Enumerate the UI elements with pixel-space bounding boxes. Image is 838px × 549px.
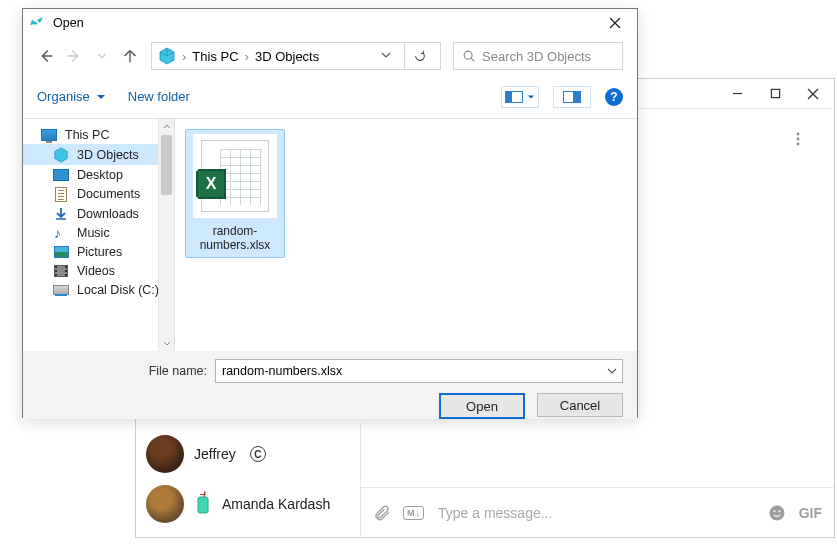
music-icon: ♪ [53, 226, 69, 240]
desktop-icon [53, 169, 69, 181]
search-box[interactable]: Search 3D Objects [453, 42, 623, 70]
organise-menu[interactable]: Organise [37, 89, 106, 104]
dialog-titlebar: Open [23, 9, 637, 37]
file-name: random-numbers.xlsx [190, 224, 280, 253]
cancel-button[interactable]: Cancel [537, 393, 623, 417]
filename-input[interactable] [216, 364, 602, 378]
down-icon [53, 207, 69, 221]
contact-name: Amanda Kardash [222, 496, 330, 512]
search-icon [462, 49, 476, 63]
dialog-body: This PC3D ObjectsDesktopDocumentsDownloa… [23, 119, 637, 351]
disk-icon [53, 285, 69, 295]
svg-rect-8 [200, 494, 206, 495]
contact-name: Jeffrey [194, 446, 236, 462]
chevron-down-icon [96, 92, 106, 102]
vids-icon [53, 265, 69, 277]
tree-item-label: Music [77, 226, 110, 240]
new-folder-button[interactable]: New folder [128, 89, 190, 104]
app-logo-icon [29, 15, 45, 31]
tree-item-this-pc[interactable]: This PC [23, 125, 158, 144]
breadcrumb-root[interactable]: This PC [192, 49, 238, 64]
close-button[interactable] [796, 82, 830, 106]
preview-icon [563, 91, 581, 103]
refresh-button[interactable] [404, 42, 434, 70]
chevron-down-icon [527, 93, 535, 101]
tree-item-label: 3D Objects [77, 148, 139, 162]
svg-line-9 [204, 491, 205, 497]
filename-row: File name: [37, 359, 623, 383]
tree-item-label: Pictures [77, 245, 122, 259]
dialog-navbar: › This PC › 3D Objects Search 3D Objects [23, 37, 637, 75]
open-button[interactable]: Open [439, 393, 525, 419]
kebab-menu-icon[interactable] [786, 127, 810, 151]
address-dropdown[interactable] [368, 49, 398, 64]
svg-point-10 [769, 505, 784, 520]
minimize-button[interactable] [720, 82, 754, 106]
svg-point-19 [464, 51, 472, 59]
organise-label: Organise [37, 89, 90, 104]
tree-item-local-disk-c[interactable]: Local Disk (C:) [23, 280, 158, 299]
help-button[interactable]: ? [605, 88, 623, 106]
tree-scrollbar[interactable] [158, 119, 174, 351]
back-button[interactable] [37, 47, 55, 65]
message-input[interactable] [436, 504, 755, 522]
tree-item-3d-objects[interactable]: 3D Objects [23, 144, 158, 165]
file-list: X random-numbers.xlsx [175, 119, 637, 351]
tree-item-label: Videos [77, 264, 115, 278]
preview-pane-button[interactable] [553, 86, 591, 108]
emoji-icon[interactable] [767, 503, 787, 523]
svg-rect-1 [771, 89, 779, 97]
avatar [146, 435, 184, 473]
search-placeholder: Search 3D Objects [482, 49, 591, 64]
tree-item-music[interactable]: ♪Music [23, 223, 158, 242]
tree-item-desktop[interactable]: Desktop [23, 165, 158, 184]
svg-point-11 [773, 510, 775, 512]
svg-rect-7 [198, 497, 208, 513]
dialog-close-button[interactable] [601, 9, 629, 37]
svg-point-5 [797, 138, 800, 141]
filename-combo[interactable] [215, 359, 623, 383]
svg-line-20 [471, 58, 474, 61]
gif-button[interactable]: GIF [799, 505, 822, 521]
dialog-toolbar: Organise New folder ? [23, 75, 637, 119]
tree-item-videos[interactable]: Videos [23, 261, 158, 280]
tree-item-label: Documents [77, 187, 140, 201]
xlsx-file-icon: X [193, 134, 277, 218]
svg-point-6 [797, 143, 800, 146]
tree-item-label: Desktop [77, 168, 123, 182]
file-open-dialog: Open › This PC › 3D Objects [22, 8, 638, 418]
file-item[interactable]: X random-numbers.xlsx [185, 129, 285, 258]
tree-item-downloads[interactable]: Downloads [23, 204, 158, 223]
pc-icon [41, 129, 57, 141]
address-bar[interactable]: › This PC › 3D Objects [151, 42, 441, 70]
view-mode-button[interactable] [501, 86, 539, 108]
tree-item-documents[interactable]: Documents [23, 184, 158, 204]
forward-button [65, 47, 83, 65]
chevron-right-icon: › [245, 49, 249, 64]
contact-row[interactable]: Amanda Kardash [136, 479, 360, 529]
maximize-button[interactable] [758, 82, 792, 106]
contacts-list: Jeffrey C Amanda Kardash [136, 423, 360, 537]
up-button[interactable] [121, 47, 139, 65]
copyright-icon: C [250, 446, 266, 462]
markdown-icon[interactable]: M↓ [403, 506, 424, 520]
chevron-down-icon[interactable] [602, 364, 622, 379]
dialog-title: Open [53, 16, 601, 30]
dialog-footer: File name: Open Cancel [23, 351, 637, 419]
chat-pane: Jeffrey C Amanda Kardash M↓ [136, 423, 834, 537]
svg-marker-21 [55, 147, 67, 161]
history-dropdown[interactable] [93, 47, 111, 65]
cube-3d-icon [158, 47, 176, 65]
contact-row[interactable]: Jeffrey C [136, 429, 360, 479]
tree-item-label: This PC [65, 128, 109, 142]
filename-label: File name: [37, 364, 207, 378]
tree-item-pictures[interactable]: Pictures [23, 242, 158, 261]
chevron-right-icon: › [182, 49, 186, 64]
avatar [146, 485, 184, 523]
attachment-icon[interactable] [373, 504, 391, 522]
nav-arrows [37, 47, 139, 65]
svg-point-12 [778, 510, 780, 512]
drink-icon [194, 491, 212, 517]
breadcrumb-current[interactable]: 3D Objects [255, 49, 319, 64]
message-area: M↓ GIF [360, 423, 834, 537]
